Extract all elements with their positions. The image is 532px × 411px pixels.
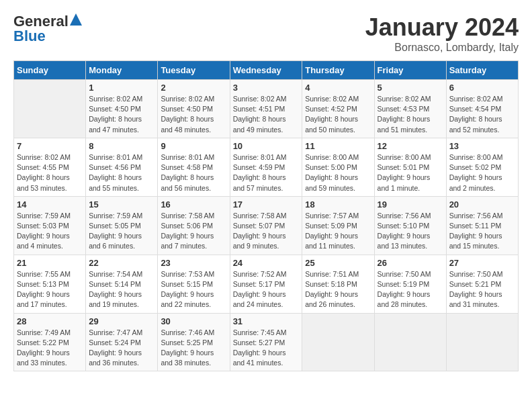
calendar-cell (302, 313, 374, 371)
day-number: 25 (305, 258, 371, 268)
day-info: Sunrise: 7:51 AMSunset: 5:18 PMDaylight:… (305, 269, 371, 310)
calendar-cell: 20Sunrise: 7:56 AMSunset: 5:11 PMDayligh… (446, 196, 518, 255)
calendar-week-5: 28Sunrise: 7:49 AMSunset: 5:22 PMDayligh… (14, 313, 519, 371)
calendar-cell: 5Sunrise: 8:02 AMSunset: 4:53 PMDaylight… (374, 80, 446, 138)
calendar-cell: 6Sunrise: 8:02 AMSunset: 4:54 PMDaylight… (446, 80, 518, 138)
location-text: Bornasco, Lombardy, Italy (365, 42, 519, 54)
calendar-cell: 19Sunrise: 7:56 AMSunset: 5:10 PMDayligh… (374, 196, 446, 255)
day-info: Sunrise: 8:01 AMSunset: 4:56 PMDaylight:… (89, 152, 154, 193)
day-number: 27 (449, 258, 515, 268)
calendar-week-4: 21Sunrise: 7:55 AMSunset: 5:13 PMDayligh… (14, 255, 519, 313)
calendar-cell (374, 313, 446, 371)
logo-general-text: General (13, 14, 69, 29)
day-number: 14 (17, 199, 83, 210)
day-info: Sunrise: 8:00 AMSunset: 5:00 PMDaylight:… (305, 152, 371, 193)
day-info: Sunrise: 7:56 AMSunset: 5:11 PMDaylight:… (449, 211, 515, 252)
day-info: Sunrise: 8:00 AMSunset: 5:01 PMDaylight:… (378, 152, 443, 193)
day-info: Sunrise: 7:57 AMSunset: 5:09 PMDaylight:… (305, 211, 371, 252)
day-number: 30 (161, 316, 226, 326)
weekday-header-thursday: Thursday (302, 61, 374, 80)
logo-blue-text: Blue (13, 28, 46, 44)
calendar-cell: 26Sunrise: 7:50 AMSunset: 5:19 PMDayligh… (374, 255, 446, 313)
day-number: 8 (89, 141, 154, 151)
calendar-cell: 30Sunrise: 7:46 AMSunset: 5:25 PMDayligh… (158, 313, 230, 371)
day-info: Sunrise: 7:45 AMSunset: 5:27 PMDaylight:… (233, 328, 300, 369)
calendar-cell: 14Sunrise: 7:59 AMSunset: 5:03 PMDayligh… (14, 196, 86, 255)
calendar-cell: 11Sunrise: 8:00 AMSunset: 5:00 PMDayligh… (302, 138, 374, 196)
calendar-week-2: 7Sunrise: 8:02 AMSunset: 4:55 PMDaylight… (14, 138, 519, 196)
day-info: Sunrise: 8:02 AMSunset: 4:51 PMDaylight:… (233, 94, 300, 135)
calendar-cell: 17Sunrise: 7:58 AMSunset: 5:07 PMDayligh… (230, 196, 302, 255)
weekday-header-row: SundayMondayTuesdayWednesdayThursdayFrid… (14, 61, 519, 80)
calendar-week-1: 1Sunrise: 8:02 AMSunset: 4:50 PMDaylight… (14, 80, 519, 138)
day-number: 20 (449, 199, 515, 210)
day-number: 7 (17, 141, 83, 151)
calendar-cell: 16Sunrise: 7:58 AMSunset: 5:06 PMDayligh… (158, 196, 230, 255)
day-info: Sunrise: 8:01 AMSunset: 4:59 PMDaylight:… (233, 152, 300, 193)
calendar-cell: 8Sunrise: 8:01 AMSunset: 4:56 PMDaylight… (86, 138, 158, 196)
calendar-cell: 3Sunrise: 8:02 AMSunset: 4:51 PMDaylight… (230, 80, 302, 138)
day-number: 18 (305, 199, 371, 210)
day-number: 13 (449, 141, 515, 151)
weekday-header-monday: Monday (86, 61, 158, 80)
day-number: 22 (89, 258, 154, 268)
calendar-cell: 15Sunrise: 7:59 AMSunset: 5:05 PMDayligh… (86, 196, 158, 255)
calendar-cell: 21Sunrise: 7:55 AMSunset: 5:13 PMDayligh… (14, 255, 86, 313)
calendar-cell: 29Sunrise: 7:47 AMSunset: 5:24 PMDayligh… (86, 313, 158, 371)
weekday-header-friday: Friday (374, 61, 446, 80)
calendar-cell: 12Sunrise: 8:00 AMSunset: 5:01 PMDayligh… (374, 138, 446, 196)
day-number: 19 (378, 199, 443, 210)
day-info: Sunrise: 8:02 AMSunset: 4:50 PMDaylight:… (89, 94, 154, 135)
day-info: Sunrise: 7:59 AMSunset: 5:05 PMDaylight:… (89, 211, 154, 252)
calendar-cell: 27Sunrise: 7:50 AMSunset: 5:21 PMDayligh… (446, 255, 518, 313)
calendar-cell: 23Sunrise: 7:53 AMSunset: 5:15 PMDayligh… (158, 255, 230, 313)
day-number: 26 (378, 258, 443, 268)
calendar-cell: 1Sunrise: 8:02 AMSunset: 4:50 PMDaylight… (86, 80, 158, 138)
day-number: 24 (233, 258, 300, 268)
day-info: Sunrise: 8:02 AMSunset: 4:53 PMDaylight:… (378, 94, 443, 135)
day-info: Sunrise: 7:53 AMSunset: 5:15 PMDaylight:… (161, 269, 226, 310)
weekday-header-sunday: Sunday (14, 61, 86, 80)
calendar-cell: 2Sunrise: 8:02 AMSunset: 4:50 PMDaylight… (158, 80, 230, 138)
day-number: 6 (449, 83, 515, 93)
day-number: 23 (161, 258, 226, 268)
day-number: 21 (17, 258, 83, 268)
calendar-cell: 31Sunrise: 7:45 AMSunset: 5:27 PMDayligh… (230, 313, 302, 371)
day-number: 16 (161, 199, 226, 210)
title-block: January 2024 Bornasco, Lombardy, Italy (365, 13, 519, 54)
calendar-cell: 18Sunrise: 7:57 AMSunset: 5:09 PMDayligh… (302, 196, 374, 255)
calendar-cell (446, 313, 518, 371)
day-info: Sunrise: 7:47 AMSunset: 5:24 PMDaylight:… (89, 328, 154, 369)
page-header: General Blue January 2024 Bornasco, Lomb… (13, 13, 519, 54)
day-info: Sunrise: 7:52 AMSunset: 5:17 PMDaylight:… (233, 269, 300, 310)
calendar-cell: 10Sunrise: 8:01 AMSunset: 4:59 PMDayligh… (230, 138, 302, 196)
day-info: Sunrise: 7:46 AMSunset: 5:25 PMDaylight:… (161, 328, 226, 369)
day-number: 29 (89, 316, 154, 326)
calendar-cell: 7Sunrise: 8:02 AMSunset: 4:55 PMDaylight… (14, 138, 86, 196)
calendar-cell: 24Sunrise: 7:52 AMSunset: 5:17 PMDayligh… (230, 255, 302, 313)
day-number: 17 (233, 199, 300, 210)
day-info: Sunrise: 7:50 AMSunset: 5:21 PMDaylight:… (449, 269, 515, 310)
calendar-table: SundayMondayTuesdayWednesdayThursdayFrid… (13, 60, 519, 371)
day-info: Sunrise: 8:02 AMSunset: 4:54 PMDaylight:… (449, 94, 515, 135)
calendar-week-3: 14Sunrise: 7:59 AMSunset: 5:03 PMDayligh… (14, 196, 519, 255)
day-info: Sunrise: 7:58 AMSunset: 5:07 PMDaylight:… (233, 211, 300, 252)
calendar-cell: 9Sunrise: 8:01 AMSunset: 4:58 PMDaylight… (158, 138, 230, 196)
calendar-cell: 25Sunrise: 7:51 AMSunset: 5:18 PMDayligh… (302, 255, 374, 313)
calendar-cell: 22Sunrise: 7:54 AMSunset: 5:14 PMDayligh… (86, 255, 158, 313)
day-number: 4 (305, 83, 371, 93)
weekday-header-wednesday: Wednesday (230, 61, 302, 80)
logo: General Blue (13, 13, 82, 44)
calendar-cell: 28Sunrise: 7:49 AMSunset: 5:22 PMDayligh… (14, 313, 86, 371)
day-number: 9 (161, 141, 226, 151)
day-info: Sunrise: 8:02 AMSunset: 4:52 PMDaylight:… (305, 94, 371, 135)
day-info: Sunrise: 7:54 AMSunset: 5:14 PMDaylight:… (89, 269, 154, 310)
day-info: Sunrise: 7:56 AMSunset: 5:10 PMDaylight:… (378, 211, 443, 252)
day-info: Sunrise: 8:00 AMSunset: 5:02 PMDaylight:… (449, 152, 515, 193)
day-info: Sunrise: 8:01 AMSunset: 4:58 PMDaylight:… (161, 152, 226, 193)
day-info: Sunrise: 7:58 AMSunset: 5:06 PMDaylight:… (161, 211, 226, 252)
day-info: Sunrise: 7:59 AMSunset: 5:03 PMDaylight:… (17, 211, 83, 252)
month-title: January 2024 (365, 13, 519, 42)
weekday-header-saturday: Saturday (446, 61, 518, 80)
calendar-cell: 13Sunrise: 8:00 AMSunset: 5:02 PMDayligh… (446, 138, 518, 196)
